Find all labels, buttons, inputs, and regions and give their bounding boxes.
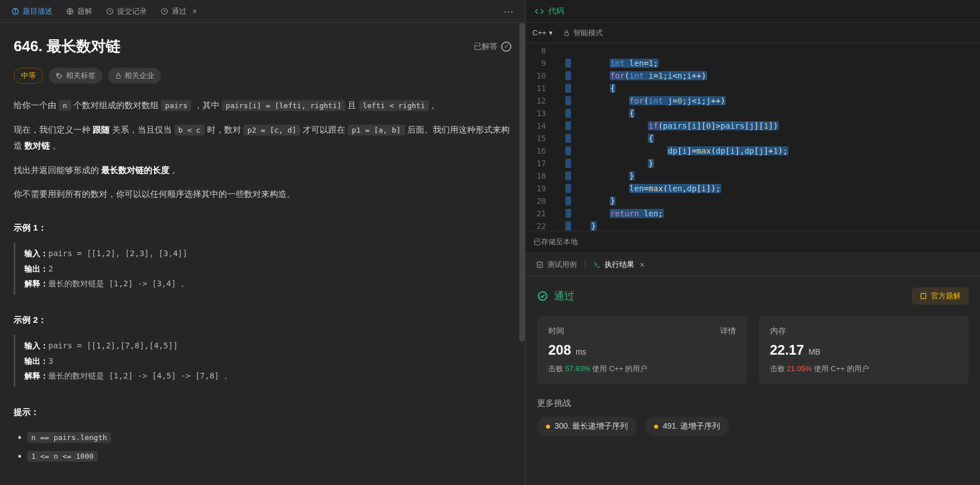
difficulty-dot	[654, 425, 658, 429]
example-heading: 示例 1：	[14, 220, 511, 236]
chevron-down-icon: ▾	[549, 28, 553, 37]
line-number: 14	[526, 120, 554, 132]
editor-line[interactable]: 13 {	[526, 107, 980, 120]
language-select[interactable]: C++ ▾	[532, 28, 553, 37]
code-text: len=max(len,dp[i]);	[565, 182, 980, 195]
example-block: 输入：pairs = [[1,2],[7,8],[4,5]] 输出：3 解释：最…	[14, 335, 511, 387]
svg-point-2	[15, 9, 15, 10]
scrollbar-thumb[interactable]	[519, 23, 525, 342]
editor-line[interactable]: 11 {	[526, 82, 980, 94]
line-number: 22	[526, 220, 554, 231]
inline-code: n	[59, 100, 71, 111]
more-button[interactable]: ⋯	[498, 5, 520, 18]
stat-label: 时间	[548, 326, 564, 336]
tab-run-result[interactable]: 执行结果 ×	[588, 253, 650, 276]
inline-code: pairs[i] = [lefti, righti]	[222, 100, 346, 111]
editor-line[interactable]: 18 }	[526, 170, 980, 182]
terminal-icon	[593, 261, 601, 269]
code-text	[565, 44, 980, 57]
globe-icon	[66, 7, 74, 15]
editor-line[interactable]: 17 }	[526, 157, 980, 170]
svg-point-6	[57, 74, 59, 75]
saved-label: 已存储至本地	[526, 231, 980, 253]
hints-heading: 提示：	[14, 404, 511, 421]
details-link[interactable]: 详情	[720, 326, 736, 336]
editor-line[interactable]: 10 for(int i=1;i<n;i++)	[526, 69, 980, 82]
line-number: 16	[526, 145, 554, 157]
editor-line[interactable]: 16 dp[i]=max(dp[i],dp[j]+1);	[526, 145, 980, 157]
line-number: 9	[526, 57, 554, 69]
editor-line[interactable]: 20 }	[526, 195, 980, 207]
companies-badge[interactable]: 相关企业	[108, 68, 161, 84]
stat-value: 22.17	[770, 342, 804, 357]
inline-code: b < c	[175, 125, 205, 135]
line-number: 19	[526, 182, 554, 195]
editor-line[interactable]: 15 {	[526, 132, 980, 145]
code-text: }	[565, 170, 980, 182]
problem-tabs: 题目描述 题解 提交记录 通过 × ⋯	[0, 0, 525, 23]
code-text: for(int i=1;i<n;i++)	[565, 69, 980, 82]
code-text: {	[565, 132, 980, 145]
history-icon	[160, 7, 168, 15]
hints-list: n == pairs.length 1 <= n <= 1000	[14, 428, 511, 465]
code-text: {	[565, 107, 980, 120]
tab-solution[interactable]: 题解	[59, 0, 99, 22]
code-editor[interactable]: 89 int len=1;10 for(int i=1;i<n;i++)11 {…	[526, 43, 980, 231]
check-icon: ✓	[501, 42, 511, 52]
history-icon	[106, 7, 114, 15]
code-text: return len;	[565, 207, 980, 220]
close-icon[interactable]: ×	[192, 7, 197, 16]
code-text: }	[565, 220, 980, 231]
editor-line[interactable]: 22 }	[526, 220, 980, 231]
tab-label: 题目描述	[23, 6, 52, 17]
tab-pass[interactable]: 通过 ×	[154, 0, 204, 22]
svg-rect-8	[564, 32, 568, 35]
tag-icon	[56, 72, 63, 80]
code-icon	[535, 7, 544, 16]
svg-rect-9	[537, 262, 542, 267]
inline-code: p2 = [c, d]	[243, 125, 300, 135]
example-heading: 示例 2：	[14, 312, 511, 328]
problem-content: 646. 最长数对链 已解答 ✓ 中等 相关标签 相关企业	[0, 23, 525, 485]
code-toolbar: C++ ▾ 智能模式	[526, 23, 980, 43]
info-icon	[11, 7, 19, 15]
time-stat-card[interactable]: 时间 详情 208 ms 击败 57.83% 使用 C++ 的用户	[537, 316, 747, 384]
pass-label: 通过	[537, 289, 574, 303]
line-number: 13	[526, 107, 554, 120]
example-block: 输入：pairs = [[1,2], [2,3], [3,4]] 输出：2 解释…	[14, 242, 511, 295]
editor-line[interactable]: 9 int len=1;	[526, 57, 980, 69]
line-number: 11	[526, 82, 554, 94]
line-number: 17	[526, 157, 554, 170]
tab-submissions[interactable]: 提交记录	[99, 0, 154, 22]
line-number: 20	[526, 195, 554, 207]
editor-line[interactable]: 19 len=max(len,dp[i]);	[526, 182, 980, 195]
problem-title: 646. 最长数对链	[14, 36, 121, 56]
line-number: 8	[526, 44, 554, 57]
checkbox-icon	[536, 261, 544, 269]
memory-stat-card[interactable]: 内存 22.17 MB 击败 21.05% 使用 C++ 的用户	[759, 316, 969, 384]
challenge-chip[interactable]: 491. 递增子序列	[645, 417, 729, 436]
result-tabs: 测试用例 执行结果 ×	[526, 253, 980, 276]
smart-mode-toggle[interactable]: 智能模式	[563, 28, 603, 38]
code-text: }	[565, 157, 980, 170]
code-text: for(int j=0;j<i;j++)	[565, 94, 980, 107]
close-icon[interactable]: ×	[640, 260, 644, 269]
tags-badge[interactable]: 相关标签	[49, 68, 102, 84]
editor-line[interactable]: 21 return len;	[526, 207, 980, 220]
difficulty-badge: 中等	[14, 68, 43, 84]
inline-code: n == pairs.length	[27, 432, 111, 443]
tab-description[interactable]: 题目描述	[5, 0, 59, 22]
challenge-chip[interactable]: 300. 最长递增子序列	[537, 417, 637, 436]
tab-testcase[interactable]: 测试用例	[530, 253, 582, 276]
editor-line[interactable]: 12 for(int j=0;j<i;j++)	[526, 94, 980, 107]
line-number: 10	[526, 69, 554, 82]
line-number: 15	[526, 132, 554, 145]
editor-line[interactable]: 14 if(pairs[i][0]>pairs[j][1])	[526, 120, 980, 132]
problem-description: 给你一个由 n 个数对组成的数对数组 pairs ，其中 pairs[i] = …	[14, 97, 511, 465]
stat-label: 内存	[770, 326, 786, 336]
official-solution-button[interactable]: 官方题解	[912, 287, 969, 305]
inline-code: lefti < righti	[359, 100, 429, 111]
tab-label: 通过	[172, 6, 187, 17]
difficulty-dot	[546, 425, 550, 429]
editor-line[interactable]: 8	[526, 44, 980, 57]
